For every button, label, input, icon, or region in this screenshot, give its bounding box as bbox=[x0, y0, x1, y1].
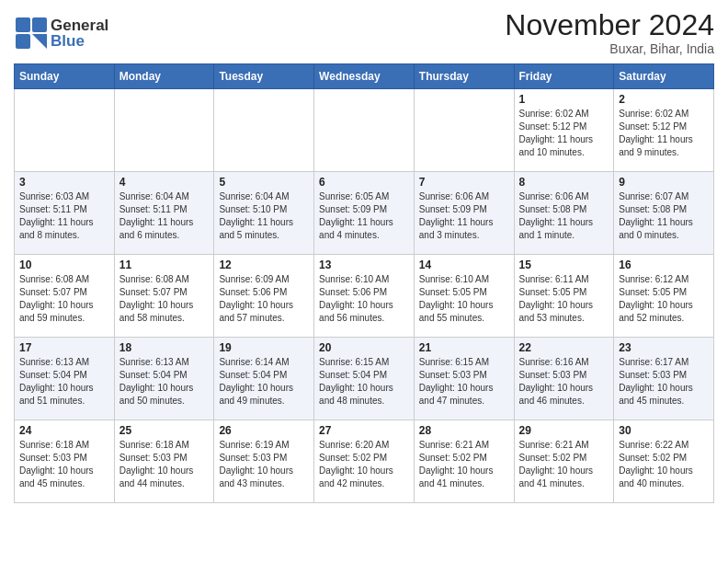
day-number: 21 bbox=[419, 341, 509, 354]
calendar-cell: 4Sunrise: 6:04 AM Sunset: 5:11 PM Daylig… bbox=[114, 172, 214, 255]
day-number: 29 bbox=[519, 424, 609, 437]
day-info: Sunrise: 6:21 AM Sunset: 5:02 PM Dayligh… bbox=[419, 439, 509, 490]
calendar-cell: 20Sunrise: 6:15 AM Sunset: 5:04 PM Dayli… bbox=[314, 338, 415, 420]
day-number: 17 bbox=[19, 341, 109, 354]
day-info: Sunrise: 6:18 AM Sunset: 5:03 PM Dayligh… bbox=[19, 439, 109, 490]
calendar-cell: 13Sunrise: 6:10 AM Sunset: 5:06 PM Dayli… bbox=[314, 255, 415, 338]
day-info: Sunrise: 6:22 AM Sunset: 5:02 PM Dayligh… bbox=[619, 439, 709, 490]
calendar-cell: 3Sunrise: 6:03 AM Sunset: 5:11 PM Daylig… bbox=[15, 172, 115, 255]
logo-general-text: General bbox=[51, 17, 108, 33]
calendar-cell: 1Sunrise: 6:02 AM Sunset: 5:12 PM Daylig… bbox=[514, 89, 614, 172]
day-info: Sunrise: 6:10 AM Sunset: 5:06 PM Dayligh… bbox=[319, 273, 409, 325]
day-info: Sunrise: 6:16 AM Sunset: 5:03 PM Dayligh… bbox=[519, 356, 609, 408]
day-info: Sunrise: 6:15 AM Sunset: 5:04 PM Dayligh… bbox=[319, 356, 409, 408]
calendar-cell: 19Sunrise: 6:14 AM Sunset: 5:04 PM Dayli… bbox=[214, 338, 314, 420]
svg-rect-2 bbox=[16, 34, 30, 49]
svg-marker-3 bbox=[32, 34, 47, 49]
day-number: 15 bbox=[519, 259, 609, 271]
day-number: 25 bbox=[119, 424, 210, 437]
day-info: Sunrise: 6:20 AM Sunset: 5:02 PM Dayligh… bbox=[319, 439, 409, 490]
day-info: Sunrise: 6:09 AM Sunset: 5:06 PM Dayligh… bbox=[219, 273, 309, 325]
header: General Blue November 2024 Buxar, Bihar,… bbox=[14, 9, 714, 56]
day-number: 5 bbox=[219, 176, 309, 189]
calendar-weekday-thursday: Thursday bbox=[414, 64, 514, 89]
calendar-cell: 28Sunrise: 6:21 AM Sunset: 5:02 PM Dayli… bbox=[414, 420, 514, 503]
day-number: 23 bbox=[619, 341, 709, 354]
day-info: Sunrise: 6:08 AM Sunset: 5:07 PM Dayligh… bbox=[119, 273, 210, 325]
calendar-cell: 21Sunrise: 6:15 AM Sunset: 5:03 PM Dayli… bbox=[414, 338, 514, 420]
calendar-cell: 7Sunrise: 6:06 AM Sunset: 5:09 PM Daylig… bbox=[414, 172, 514, 255]
calendar-cell bbox=[414, 89, 514, 172]
calendar-cell: 11Sunrise: 6:08 AM Sunset: 5:07 PM Dayli… bbox=[114, 255, 214, 338]
day-number: 24 bbox=[19, 424, 109, 437]
calendar-cell: 10Sunrise: 6:08 AM Sunset: 5:07 PM Dayli… bbox=[15, 255, 115, 338]
calendar-header-row: SundayMondayTuesdayWednesdayThursdayFrid… bbox=[15, 64, 714, 89]
day-number: 7 bbox=[419, 176, 509, 189]
month-title: November 2024 bbox=[505, 9, 714, 41]
calendar-cell: 6Sunrise: 6:05 AM Sunset: 5:09 PM Daylig… bbox=[314, 172, 415, 255]
svg-rect-1 bbox=[32, 17, 47, 32]
day-number: 19 bbox=[219, 341, 309, 354]
day-number: 16 bbox=[619, 259, 709, 271]
day-info: Sunrise: 6:10 AM Sunset: 5:05 PM Dayligh… bbox=[419, 273, 509, 325]
calendar-week-row: 1Sunrise: 6:02 AM Sunset: 5:12 PM Daylig… bbox=[15, 89, 714, 172]
calendar-weekday-saturday: Saturday bbox=[614, 64, 714, 89]
calendar-cell: 24Sunrise: 6:18 AM Sunset: 5:03 PM Dayli… bbox=[15, 420, 115, 503]
day-info: Sunrise: 6:07 AM Sunset: 5:08 PM Dayligh… bbox=[619, 190, 709, 242]
calendar-week-row: 24Sunrise: 6:18 AM Sunset: 5:03 PM Dayli… bbox=[15, 420, 714, 503]
day-number: 11 bbox=[119, 259, 210, 271]
day-number: 1 bbox=[519, 93, 609, 106]
day-number: 2 bbox=[619, 93, 709, 106]
calendar-week-row: 17Sunrise: 6:13 AM Sunset: 5:04 PM Dayli… bbox=[15, 338, 714, 420]
calendar-cell: 2Sunrise: 6:02 AM Sunset: 5:12 PM Daylig… bbox=[614, 89, 714, 172]
day-info: Sunrise: 6:17 AM Sunset: 5:03 PM Dayligh… bbox=[619, 356, 709, 408]
day-number: 13 bbox=[319, 259, 409, 271]
calendar-cell: 30Sunrise: 6:22 AM Sunset: 5:02 PM Dayli… bbox=[614, 420, 714, 503]
calendar-weekday-tuesday: Tuesday bbox=[214, 64, 314, 89]
day-number: 10 bbox=[19, 259, 109, 271]
page: General Blue November 2024 Buxar, Bihar,… bbox=[0, 0, 728, 517]
day-info: Sunrise: 6:08 AM Sunset: 5:07 PM Dayligh… bbox=[19, 273, 109, 325]
day-info: Sunrise: 6:19 AM Sunset: 5:03 PM Dayligh… bbox=[219, 439, 309, 490]
calendar-weekday-sunday: Sunday bbox=[15, 64, 115, 89]
day-number: 14 bbox=[419, 259, 509, 271]
calendar-week-row: 10Sunrise: 6:08 AM Sunset: 5:07 PM Dayli… bbox=[15, 255, 714, 338]
day-info: Sunrise: 6:04 AM Sunset: 5:11 PM Dayligh… bbox=[119, 190, 210, 242]
calendar-weekday-monday: Monday bbox=[114, 64, 214, 89]
calendar-cell: 8Sunrise: 6:06 AM Sunset: 5:08 PM Daylig… bbox=[514, 172, 614, 255]
calendar-cell: 14Sunrise: 6:10 AM Sunset: 5:05 PM Dayli… bbox=[414, 255, 514, 338]
calendar-cell bbox=[114, 89, 214, 172]
day-info: Sunrise: 6:02 AM Sunset: 5:12 PM Dayligh… bbox=[619, 108, 709, 159]
calendar-cell: 9Sunrise: 6:07 AM Sunset: 5:08 PM Daylig… bbox=[614, 172, 714, 255]
day-info: Sunrise: 6:06 AM Sunset: 5:08 PM Dayligh… bbox=[519, 190, 609, 242]
day-info: Sunrise: 6:15 AM Sunset: 5:03 PM Dayligh… bbox=[419, 356, 509, 408]
calendar-cell: 16Sunrise: 6:12 AM Sunset: 5:05 PM Dayli… bbox=[614, 255, 714, 338]
day-info: Sunrise: 6:11 AM Sunset: 5:05 PM Dayligh… bbox=[519, 273, 609, 325]
day-info: Sunrise: 6:06 AM Sunset: 5:09 PM Dayligh… bbox=[419, 190, 509, 242]
calendar-cell bbox=[214, 89, 314, 172]
day-info: Sunrise: 6:14 AM Sunset: 5:04 PM Dayligh… bbox=[219, 356, 309, 408]
calendar-cell: 17Sunrise: 6:13 AM Sunset: 5:04 PM Dayli… bbox=[15, 338, 115, 420]
calendar-cell: 5Sunrise: 6:04 AM Sunset: 5:10 PM Daylig… bbox=[214, 172, 314, 255]
calendar-cell bbox=[15, 89, 115, 172]
day-info: Sunrise: 6:04 AM Sunset: 5:10 PM Dayligh… bbox=[219, 190, 309, 242]
svg-rect-0 bbox=[16, 17, 30, 32]
day-number: 4 bbox=[119, 176, 210, 189]
day-number: 3 bbox=[19, 176, 109, 189]
day-number: 12 bbox=[219, 259, 309, 271]
logo: General Blue bbox=[14, 16, 108, 51]
day-info: Sunrise: 6:05 AM Sunset: 5:09 PM Dayligh… bbox=[319, 190, 409, 242]
calendar-cell: 26Sunrise: 6:19 AM Sunset: 5:03 PM Dayli… bbox=[214, 420, 314, 503]
day-number: 22 bbox=[519, 341, 609, 354]
day-number: 9 bbox=[619, 176, 709, 189]
calendar-cell: 29Sunrise: 6:21 AM Sunset: 5:02 PM Dayli… bbox=[514, 420, 614, 503]
day-info: Sunrise: 6:02 AM Sunset: 5:12 PM Dayligh… bbox=[519, 108, 609, 159]
day-number: 6 bbox=[319, 176, 409, 189]
calendar-weekday-friday: Friday bbox=[514, 64, 614, 89]
day-number: 26 bbox=[219, 424, 309, 437]
calendar-cell: 25Sunrise: 6:18 AM Sunset: 5:03 PM Dayli… bbox=[114, 420, 214, 503]
day-number: 30 bbox=[619, 424, 709, 437]
calendar-cell: 15Sunrise: 6:11 AM Sunset: 5:05 PM Dayli… bbox=[514, 255, 614, 338]
day-number: 20 bbox=[319, 341, 409, 354]
calendar-week-row: 3Sunrise: 6:03 AM Sunset: 5:11 PM Daylig… bbox=[15, 172, 714, 255]
